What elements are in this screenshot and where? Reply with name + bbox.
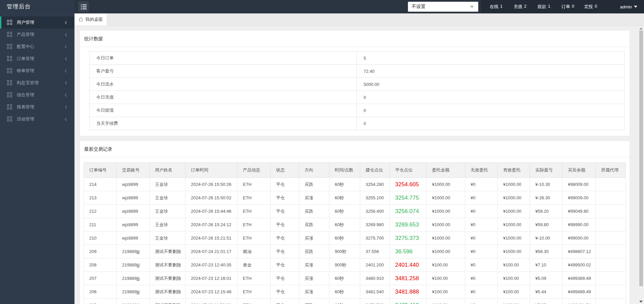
cell-order-time: 2024-07-23 12:15:48 [185, 285, 237, 299]
table-row: 214wjz8899王金珍2024-07-26 15:50:26ETH平仓买跌6… [84, 178, 626, 191]
cell-agent [596, 299, 626, 304]
cell-time-points: 60秒 [329, 205, 360, 218]
cell-balance-after: ¥499481.54 [562, 299, 596, 304]
cell-actual-pnl: ¥7.95 [530, 299, 562, 304]
cell-invalid-entrust: ¥0 [465, 258, 498, 272]
scroll-down-arrow-icon[interactable] [639, 301, 643, 303]
scrollbar-thumb[interactable] [639, 31, 643, 286]
cell-invalid-entrust: ¥0 [465, 285, 498, 299]
column-header-actual-pnl: 实际盈亏 [530, 163, 562, 178]
grid-icon [7, 104, 12, 110]
cell-status: 平仓 [271, 285, 299, 299]
cell-actual-pnl: ¥-26.30 [530, 191, 562, 205]
column-header-order-no: 订单编号 [84, 163, 117, 178]
counter-label: 订单 [561, 4, 570, 10]
cell-time-points: 60秒 [329, 178, 360, 191]
topbar-counter-withdraw[interactable]: 提款1 [537, 4, 550, 10]
cell-time-points: 60秒 [329, 191, 360, 205]
cell-direction: 买涨 [299, 232, 329, 245]
cell-close-price: 3269.653 [390, 218, 427, 232]
tab-my-desktop[interactable]: 我的桌面 [74, 13, 107, 26]
sidebar-item-general[interactable]: 综合管理 [0, 89, 74, 101]
stat-label: 今日充值 [90, 91, 357, 104]
stat-value: 0 [357, 117, 625, 130]
cell-direction: 买跌 [299, 205, 329, 218]
cell-order-time: 2024-07-23 12:40:35 [185, 258, 237, 272]
cell-order-no: 206 [84, 285, 117, 299]
cell-account: 219889jjj [117, 272, 150, 285]
sidebar-item-error-orders[interactable]: 错单管理 [0, 65, 74, 77]
cell-balance-after: ¥499489.49 [562, 285, 596, 299]
sidebar-item-interest[interactable]: 利息宝管理 [0, 77, 74, 89]
topbar-counter-orders[interactable]: 订单0 [561, 4, 574, 10]
sidebar-item-label: 订单管理 [17, 56, 65, 62]
sidebar-item-products[interactable]: 产品管理 [0, 29, 74, 41]
sidebar-item-label: 综合管理 [17, 92, 65, 98]
chevron-left-icon [65, 45, 68, 48]
cell-open-price: 3269.980 [360, 218, 390, 232]
cell-product: ETH [237, 191, 271, 205]
cell-username: 测试不要删除 [150, 299, 185, 304]
column-header-time-points: 时间/点数 [329, 163, 360, 178]
cell-entrust-amount: ¥1000.00 [427, 218, 465, 232]
cell-time-points: 900秒 [329, 245, 360, 258]
cell-product: ETH [237, 218, 271, 232]
cell-agent [596, 272, 626, 285]
cell-order-no: 205 [84, 299, 117, 304]
cell-invalid-entrust: ¥0 [465, 218, 498, 232]
cell-time-points: 60秒 [329, 272, 360, 285]
cell-invalid-entrust: ¥0 [465, 272, 498, 285]
cell-username: 王金珍 [150, 232, 185, 245]
cell-invalid-entrust: ¥0 [465, 245, 498, 258]
stat-value: 5 [357, 52, 625, 65]
sidebar-item-users[interactable]: 用户管理 [0, 16, 74, 29]
topbar-counter-invest[interactable]: 定投0 [584, 4, 597, 10]
cell-open-price: 3254.280 [360, 178, 390, 191]
cell-valid-entrust: ¥100.00 [498, 258, 530, 272]
filter-select[interactable]: 不设置 [408, 2, 478, 12]
chevron-down-icon [470, 6, 474, 8]
cell-actual-pnl: ¥59.80 [530, 218, 562, 232]
chevron-left-icon [65, 105, 68, 109]
topbar-counter-recharge[interactable]: 充值2 [514, 4, 526, 10]
tab-bar: 我的桌面 [74, 13, 644, 26]
sidebar-toggle-button[interactable] [78, 1, 89, 12]
cell-valid-entrust: ¥1000.00 [498, 191, 530, 205]
cell-balance-after: ¥499389.49 [562, 272, 596, 285]
sidebar-item-reports[interactable]: 报表管理 [0, 101, 74, 113]
column-header-direction: 方向 [299, 163, 329, 178]
admin-menu[interactable]: admin [620, 4, 637, 9]
cell-open-price: 3255.100 [360, 191, 390, 205]
cell-balance-after: ¥98009.00 [562, 178, 596, 191]
cell-order-no: 207 [84, 272, 117, 285]
app-title: 管理后台 [0, 0, 74, 13]
cell-close-price: 3256.074 [390, 205, 427, 218]
cell-product: ETH [237, 285, 271, 299]
chevron-left-icon [65, 69, 68, 72]
caret-down-icon [634, 6, 637, 8]
cell-entrust-amount: ¥1000.00 [427, 205, 465, 218]
cell-order-no: 213 [84, 191, 117, 205]
cell-status: 平仓 [271, 299, 299, 304]
cell-direction: 买跌 [299, 299, 329, 304]
cell-invalid-entrust: ¥0 [465, 232, 498, 245]
column-header-username: 用户姓名 [150, 163, 185, 178]
column-header-balance-after: 买后余额 [562, 163, 596, 178]
counter-label: 在线 [490, 4, 498, 10]
scroll-up-arrow-icon[interactable] [639, 28, 643, 30]
sidebar-item-label: 产品管理 [17, 32, 65, 38]
sidebar-nav: 用户管理产品管理配置中心订单管理错单管理利息宝管理综合管理报表管理活动管理 [0, 13, 74, 304]
sidebar-item-orders[interactable]: 订单管理 [0, 53, 74, 65]
main-content: 我的桌面 统计数据 今日订单5客户盈亏72.40今日流水5000.00今日充值0… [74, 13, 644, 304]
sidebar-item-config[interactable]: 配置中心 [0, 41, 74, 53]
cell-status: 平仓 [271, 232, 299, 245]
cell-username: 测试不要删除 [150, 245, 185, 258]
cell-product: ETH [237, 232, 271, 245]
stat-value: 5000.00 [357, 78, 625, 91]
topbar-counter-online[interactable]: 在线1 [490, 4, 502, 10]
sidebar-item-activities[interactable]: 活动管理 [0, 113, 74, 125]
cell-balance-after: ¥98990.00 [562, 218, 596, 232]
vertical-scrollbar[interactable] [638, 26, 644, 304]
counter-value: 1 [548, 4, 550, 10]
cell-time-points: 60秒 [329, 218, 360, 232]
